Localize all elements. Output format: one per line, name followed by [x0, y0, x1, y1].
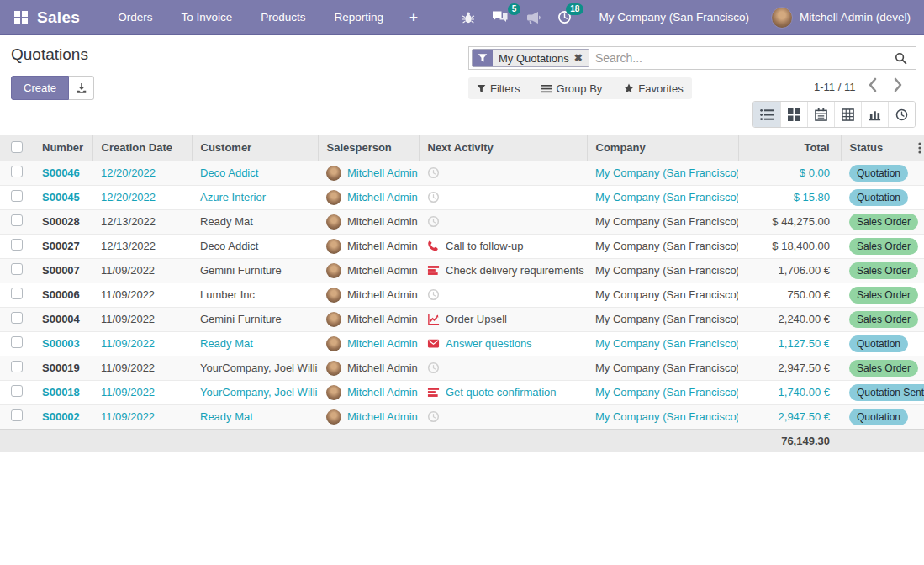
- cell-next-activity[interactable]: Check delivery requirements: [419, 258, 587, 282]
- row-checkbox[interactable]: [11, 214, 23, 226]
- menu-more-icon[interactable]: +: [398, 1, 430, 34]
- user-menu[interactable]: Mitchell Admin (devel): [771, 7, 911, 29]
- column-header-activity[interactable]: Next Activity: [419, 135, 587, 161]
- status-badge: Sales Order: [849, 311, 918, 328]
- cell-creation-date: 12/13/2022: [92, 234, 192, 258]
- cell-next-activity[interactable]: [419, 356, 587, 380]
- table-row[interactable]: S00019 11/09/2022 YourCompany, Joel Will…: [0, 356, 924, 380]
- cell-company: My Company (San Francisco): [587, 258, 738, 282]
- pager-next-icon[interactable]: [892, 76, 905, 94]
- optional-columns-icon[interactable]: [918, 142, 921, 156]
- column-header-customer[interactable]: Customer: [192, 135, 318, 161]
- search-input[interactable]: [595, 51, 891, 65]
- search-facet-my-quotations[interactable]: My Quotations ✖: [472, 49, 589, 67]
- app-name[interactable]: Sales: [37, 8, 80, 27]
- table-row[interactable]: S00027 12/13/2022 Deco Addict Mitchell A…: [0, 234, 924, 258]
- table-row[interactable]: S00018 11/09/2022 YourCompany, Joel Will…: [0, 380, 924, 404]
- clock-icon: [427, 191, 440, 203]
- column-header-total[interactable]: Total: [738, 135, 841, 161]
- messages-icon[interactable]: 5: [483, 5, 517, 29]
- search-icon[interactable]: [891, 52, 911, 65]
- cell-company: My Company (San Francisco): [587, 331, 738, 356]
- menu-to-invoice[interactable]: To Invoice: [166, 1, 246, 34]
- table-row[interactable]: S00004 11/09/2022 Gemini Furniture Mitch…: [0, 307, 924, 331]
- cell-salesperson: Mitchell Admin: [318, 234, 419, 258]
- cell-next-activity[interactable]: [419, 282, 587, 307]
- filters-button[interactable]: Filters: [477, 82, 520, 95]
- cell-next-activity[interactable]: Get quote confirmation: [419, 380, 587, 404]
- table-row[interactable]: S00006 11/09/2022 Lumber Inc Mitchell Ad…: [0, 282, 924, 307]
- select-all-checkbox[interactable]: [11, 141, 23, 153]
- cell-next-activity[interactable]: [419, 404, 587, 429]
- company-switcher[interactable]: My Company (San Francisco): [599, 11, 749, 24]
- row-checkbox[interactable]: [11, 361, 23, 372]
- create-group: Create: [11, 76, 94, 100]
- apps-menu-icon[interactable]: [13, 10, 29, 25]
- cell-next-activity[interactable]: Order Upsell: [419, 307, 587, 331]
- announcement-icon[interactable]: [517, 6, 549, 29]
- salesperson-avatar: [326, 166, 341, 181]
- cell-number: S00006: [34, 282, 92, 307]
- cell-next-activity[interactable]: Call to follow-up: [419, 234, 587, 258]
- tasks-icon: [427, 386, 440, 399]
- table-row[interactable]: S00007 11/09/2022 Gemini Furniture Mitch…: [0, 258, 924, 282]
- cell-status: Sales Order: [841, 307, 924, 331]
- calendar-view-icon[interactable]: [807, 102, 834, 127]
- row-checkbox[interactable]: [11, 239, 23, 251]
- facet-remove-icon[interactable]: ✖: [574, 52, 583, 64]
- star-icon: [624, 83, 634, 93]
- activity-view-icon[interactable]: [888, 102, 915, 127]
- column-header-company[interactable]: Company: [587, 135, 738, 161]
- cell-salesperson: Mitchell Admin: [318, 209, 419, 234]
- salesperson-avatar: [326, 288, 341, 303]
- group-by-button[interactable]: Group By: [541, 82, 602, 95]
- menu-products[interactable]: Products: [246, 1, 319, 34]
- cell-customer: Deco Addict: [192, 161, 318, 185]
- row-checkbox[interactable]: [11, 336, 23, 348]
- cell-company: My Company (San Francisco): [587, 356, 738, 380]
- row-checkbox[interactable]: [11, 263, 23, 275]
- status-badge: Quotation: [849, 189, 908, 206]
- cell-status: Quotation: [841, 404, 924, 429]
- quotations-table: Number Creation Date Customer Salesperso…: [0, 135, 924, 452]
- cell-next-activity[interactable]: [419, 209, 587, 234]
- cell-status: Quotation: [841, 185, 924, 209]
- clock-icon: [427, 215, 440, 228]
- table-row[interactable]: S00045 12/20/2022 Azure Interior Mitchel…: [0, 185, 924, 209]
- cell-next-activity[interactable]: [419, 161, 587, 185]
- cell-company: My Company (San Francisco): [587, 380, 738, 404]
- salesperson-avatar: [326, 263, 341, 278]
- cell-customer: Azure Interior: [192, 185, 318, 209]
- debug-bug-icon[interactable]: [453, 6, 483, 29]
- row-checkbox[interactable]: [11, 385, 23, 397]
- menu-orders[interactable]: Orders: [103, 1, 166, 34]
- row-checkbox[interactable]: [11, 166, 23, 177]
- kanban-view-icon[interactable]: [780, 102, 807, 127]
- table-row[interactable]: S00028 12/13/2022 Ready Mat Mitchell Adm…: [0, 209, 924, 234]
- list-view-icon[interactable]: [753, 102, 780, 127]
- column-header-number[interactable]: Number: [34, 135, 92, 161]
- export-button[interactable]: [69, 76, 94, 100]
- column-header-salesperson[interactable]: Salesperson: [318, 135, 419, 161]
- graph-view-icon[interactable]: [861, 102, 888, 127]
- row-checkbox[interactable]: [11, 190, 23, 202]
- cell-company: My Company (San Francisco): [587, 185, 738, 209]
- activities-clock-icon[interactable]: 18: [549, 5, 580, 29]
- cell-next-activity[interactable]: Answer questions: [419, 331, 587, 356]
- menu-reporting[interactable]: Reporting: [320, 1, 399, 34]
- table-row[interactable]: S00002 11/09/2022 Ready Mat Mitchell Adm…: [0, 404, 924, 429]
- pager-previous-icon[interactable]: [866, 76, 879, 94]
- cell-next-activity[interactable]: [419, 185, 587, 209]
- pivot-view-icon[interactable]: [834, 102, 861, 127]
- table-row[interactable]: S00046 12/20/2022 Deco Addict Mitchell A…: [0, 161, 924, 185]
- phone-icon: [427, 240, 440, 252]
- column-header-date[interactable]: Creation Date: [92, 135, 192, 161]
- favorites-button[interactable]: Favorites: [624, 82, 683, 95]
- row-checkbox[interactable]: [11, 409, 23, 421]
- cell-number: S00007: [34, 258, 92, 282]
- row-checkbox[interactable]: [11, 312, 23, 324]
- row-checkbox[interactable]: [11, 288, 23, 299]
- column-header-status[interactable]: Status: [841, 135, 924, 161]
- create-button[interactable]: Create: [11, 76, 69, 100]
- table-row[interactable]: S00003 11/09/2022 Ready Mat Mitchell Adm…: [0, 331, 924, 356]
